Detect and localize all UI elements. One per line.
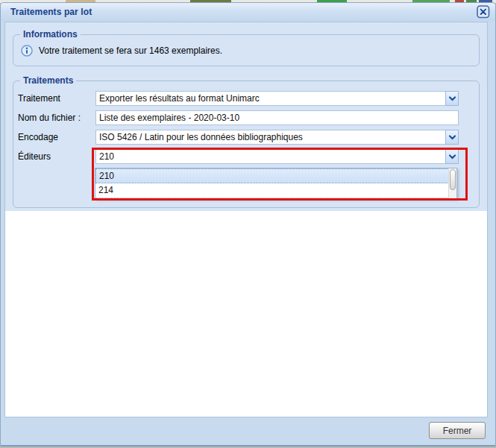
editeurs-label: Éditeurs (16, 151, 95, 162)
informations-fieldset: Informations Votre traitement se fera su… (13, 29, 480, 66)
dropdown-option-210[interactable]: 210 (95, 168, 456, 183)
informations-legend: Informations (20, 29, 81, 40)
traitement-combo[interactable] (95, 91, 459, 106)
traitement-input[interactable] (95, 91, 445, 106)
info-icon (21, 45, 33, 57)
editeurs-dropdown-list: 210 214 (95, 168, 457, 199)
encodage-chevron-down-icon[interactable] (445, 130, 459, 145)
dialog-titlebar[interactable]: Traitements par lot (1, 3, 495, 21)
encodage-input[interactable] (95, 130, 445, 145)
dropdown-option-214[interactable]: 214 (95, 183, 456, 198)
dialog-traitements-par-lot: Traitements par lot Informations (0, 2, 496, 447)
editeurs-row: Éditeurs (16, 149, 471, 164)
fermer-button[interactable]: Fermer (429, 422, 486, 439)
dialog-body: Informations Votre traitement se fera su… (4, 22, 488, 417)
traitement-label: Traitement (16, 93, 95, 104)
close-icon[interactable] (477, 5, 490, 19)
nom-fichier-label: Nom du fichier : (16, 113, 95, 123)
editeurs-combo[interactable] (95, 149, 459, 164)
encodage-label: Encodage (16, 132, 95, 142)
editeurs-chevron-down-icon[interactable] (445, 149, 459, 164)
info-message: Votre traitement se fera sur 1463 exempl… (39, 45, 222, 56)
encodage-combo[interactable] (95, 130, 459, 145)
traitement-chevron-down-icon[interactable] (445, 91, 459, 106)
dropdown-scrollbar[interactable] (448, 168, 456, 198)
nom-fichier-input[interactable] (95, 110, 459, 125)
dropdown-scrollbar-thumb[interactable] (450, 169, 456, 190)
encodage-row: Encodage (16, 130, 471, 145)
editeurs-input[interactable] (95, 149, 445, 164)
traitement-row: Traitement (16, 91, 471, 106)
traitements-legend: Traitements (20, 75, 76, 86)
dialog-title: Traitements par lot (10, 7, 92, 17)
nom-fichier-row: Nom du fichier : (16, 110, 471, 125)
